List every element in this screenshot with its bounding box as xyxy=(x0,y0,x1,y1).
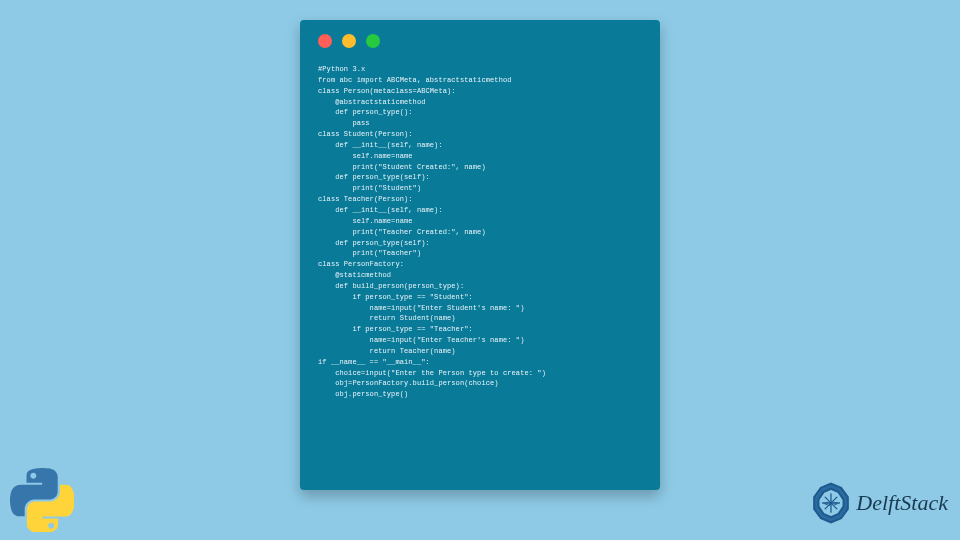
code-window: #Python 3.x from abc import ABCMeta, abs… xyxy=(300,20,660,490)
maximize-icon xyxy=(366,34,380,48)
window-controls xyxy=(318,34,642,48)
python-logo-icon xyxy=(10,468,74,532)
delftstack-logo: </> DelftStack xyxy=(810,482,948,524)
gear-icon: </> xyxy=(810,482,852,524)
svg-text:</>: </> xyxy=(825,500,839,508)
close-icon xyxy=(318,34,332,48)
minimize-icon xyxy=(342,34,356,48)
code-block: #Python 3.x from abc import ABCMeta, abs… xyxy=(318,64,642,400)
brand-name: DelftStack xyxy=(856,490,948,516)
